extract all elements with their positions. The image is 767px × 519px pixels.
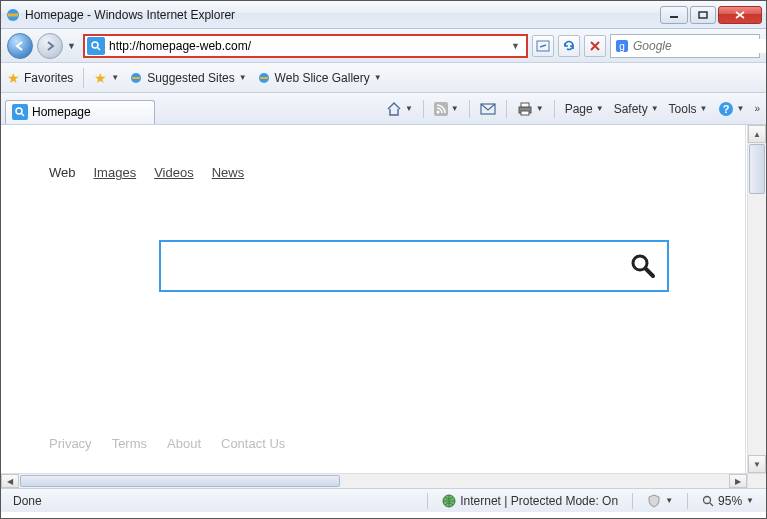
- search-input[interactable]: [633, 39, 767, 53]
- chevron-down-icon: ▼: [746, 496, 754, 505]
- shield-off-icon: [647, 494, 661, 508]
- favorites-button[interactable]: ★ Favorites: [7, 70, 73, 86]
- ie-page-icon: [129, 71, 143, 85]
- maximize-button[interactable]: [690, 6, 716, 24]
- svg-line-24: [710, 503, 713, 506]
- svg-point-13: [436, 110, 439, 113]
- page-search-box: [159, 240, 669, 292]
- svg-rect-2: [699, 12, 707, 18]
- site-favicon-icon: [87, 37, 105, 55]
- page-body: Web Images Videos News Privacy Terms Abo…: [1, 125, 746, 473]
- home-button[interactable]: ▼: [384, 100, 415, 118]
- footer-about[interactable]: About: [167, 436, 201, 451]
- chevron-down-icon: ▼: [405, 104, 413, 113]
- search-provider-icon: g: [615, 39, 629, 53]
- chevron-down-icon: ▼: [536, 104, 544, 113]
- safety-menu[interactable]: Safety ▼: [612, 100, 661, 118]
- svg-point-23: [704, 496, 711, 503]
- add-to-favorites-button[interactable]: ★ ▼: [94, 70, 119, 86]
- chevron-down-icon: ▼: [737, 104, 745, 113]
- address-dropdown[interactable]: ▼: [507, 41, 524, 51]
- scroll-right-button[interactable]: ▶: [729, 474, 747, 488]
- refresh-button[interactable]: [558, 35, 580, 57]
- page-footer-nav: Privacy Terms About Contact Us: [49, 436, 285, 451]
- scroll-thumb[interactable]: [749, 144, 765, 194]
- svg-line-11: [22, 114, 25, 117]
- mail-icon: [480, 103, 496, 115]
- ie-logo-icon: [5, 7, 21, 23]
- nav-history-dropdown[interactable]: ▼: [67, 41, 79, 51]
- chevron-down-icon: ▼: [665, 496, 673, 505]
- tools-menu-label: Tools: [669, 102, 697, 116]
- nav-news[interactable]: News: [212, 165, 245, 180]
- back-button[interactable]: [7, 33, 33, 59]
- zoom-control[interactable]: 95% ▼: [696, 494, 760, 508]
- window-title: Homepage - Windows Internet Explorer: [25, 8, 660, 22]
- read-mail-button[interactable]: [478, 101, 498, 117]
- status-bar: Done Internet | Protected Mode: On ▼ 95%…: [1, 488, 766, 512]
- security-zone[interactable]: Internet | Protected Mode: On: [436, 494, 624, 508]
- svg-point-10: [16, 108, 22, 114]
- favorites-label: Favorites: [24, 71, 73, 85]
- status-text: Done: [7, 494, 48, 508]
- tab-homepage[interactable]: Homepage: [5, 100, 155, 124]
- nav-images[interactable]: Images: [94, 165, 137, 180]
- star-icon: ★: [7, 70, 20, 86]
- forward-button[interactable]: [37, 33, 63, 59]
- compatibility-view-button[interactable]: [532, 35, 554, 57]
- svg-text:?: ?: [722, 103, 729, 115]
- star-add-icon: ★: [94, 70, 107, 86]
- page-menu[interactable]: Page ▼: [563, 100, 606, 118]
- scroll-thumb[interactable]: [20, 475, 340, 487]
- window-titlebar: Homepage - Windows Internet Explorer: [1, 1, 766, 29]
- rss-icon: [434, 102, 448, 116]
- svg-line-21: [646, 269, 653, 276]
- help-icon: ?: [718, 101, 734, 117]
- address-bar[interactable]: ▼: [83, 34, 528, 58]
- tools-menu[interactable]: Tools ▼: [667, 100, 710, 118]
- home-icon: [386, 102, 402, 116]
- close-button[interactable]: [718, 6, 762, 24]
- zoom-value: 95%: [718, 494, 742, 508]
- page-category-nav: Web Images Videos News: [49, 165, 697, 180]
- chevron-down-icon: ▼: [596, 104, 604, 113]
- navigation-bar: ▼ ▼ g ▼: [1, 29, 766, 63]
- svg-rect-1: [670, 16, 678, 18]
- help-button[interactable]: ? ▼: [716, 99, 747, 119]
- page-search-input[interactable]: [171, 246, 629, 286]
- nav-web[interactable]: Web: [49, 165, 76, 180]
- scroll-up-button[interactable]: ▲: [748, 125, 766, 143]
- footer-privacy[interactable]: Privacy: [49, 436, 92, 451]
- chevron-down-icon: ▼: [700, 104, 708, 113]
- search-icon[interactable]: [629, 252, 657, 280]
- nav-videos[interactable]: Videos: [154, 165, 194, 180]
- command-overflow-button[interactable]: »: [752, 103, 762, 114]
- command-bar: Homepage ▼ ▼ ▼ Page ▼ Safety ▼ Tools ▼ ?…: [1, 93, 766, 125]
- suggested-sites-button[interactable]: Suggested Sites ▼: [129, 71, 246, 85]
- scroll-left-button[interactable]: ◀: [1, 474, 19, 488]
- svg-rect-17: [521, 111, 529, 115]
- footer-contact[interactable]: Contact Us: [221, 436, 285, 451]
- web-slice-gallery-button[interactable]: Web Slice Gallery ▼: [257, 71, 382, 85]
- protected-mode-indicator[interactable]: ▼: [641, 494, 679, 508]
- chevron-down-icon: ▼: [651, 104, 659, 113]
- svg-text:g: g: [619, 41, 625, 52]
- chevron-down-icon: ▼: [239, 73, 247, 82]
- vertical-scrollbar[interactable]: ▲ ▼: [747, 125, 766, 473]
- tab-favicon-icon: [12, 104, 28, 120]
- viewport: Web Images Videos News Privacy Terms Abo…: [1, 125, 766, 488]
- print-button[interactable]: ▼: [515, 100, 546, 118]
- web-slice-label: Web Slice Gallery: [275, 71, 370, 85]
- stop-button[interactable]: [584, 35, 606, 57]
- safety-menu-label: Safety: [614, 102, 648, 116]
- footer-terms[interactable]: Terms: [112, 436, 147, 451]
- horizontal-scrollbar[interactable]: ◀ ▶: [1, 473, 747, 488]
- address-input[interactable]: [109, 39, 503, 53]
- search-box[interactable]: g ▼: [610, 34, 760, 58]
- feeds-button[interactable]: ▼: [432, 100, 461, 118]
- scroll-down-button[interactable]: ▼: [748, 455, 766, 473]
- zone-label: Internet | Protected Mode: On: [460, 494, 618, 508]
- favorites-bar: ★ Favorites ★ ▼ Suggested Sites ▼ Web Sl…: [1, 63, 766, 93]
- chevron-down-icon: ▼: [374, 73, 382, 82]
- minimize-button[interactable]: [660, 6, 688, 24]
